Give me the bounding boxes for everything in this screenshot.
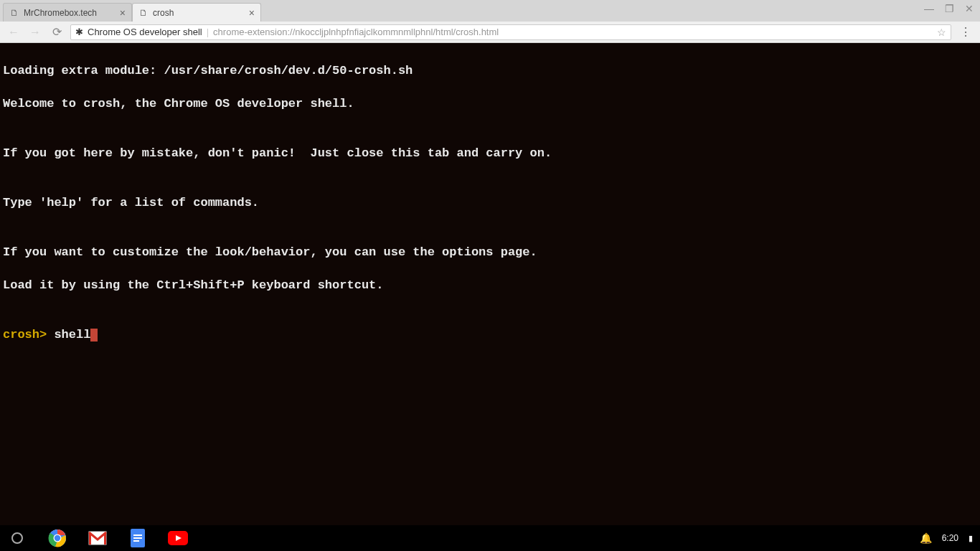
youtube-icon[interactable] <box>168 528 188 548</box>
gmail-icon[interactable] <box>88 528 108 548</box>
close-icon[interactable]: × <box>249 7 255 19</box>
terminal-line: Type 'help' for a list of commands. <box>3 194 977 211</box>
terminal-line: Welcome to crosh, the Chrome OS develope… <box>3 95 977 112</box>
close-icon[interactable]: × <box>120 7 126 19</box>
page-icon: 🗋 <box>138 8 149 18</box>
svg-rect-6 <box>133 534 142 536</box>
minimize-icon[interactable]: — <box>923 3 936 14</box>
address-bar[interactable]: ✱ Chrome OS developer shell | chrome-ext… <box>70 24 951 40</box>
terminal-line: Loading extra module: /usr/share/crosh/d… <box>3 62 977 79</box>
chrome-icon[interactable] <box>47 528 67 548</box>
terminal[interactable]: Loading extra module: /usr/share/crosh/d… <box>0 43 980 525</box>
reload-button[interactable]: ⟳ <box>49 24 65 40</box>
toolbar: ← → ⟳ ✱ Chrome OS developer shell | chro… <box>0 22 980 43</box>
status-tray[interactable]: 🔔 6:20 ▮ <box>920 532 973 544</box>
page-title-label: Chrome OS developer shell <box>88 27 202 37</box>
terminal-prompt: crosh> <box>3 328 54 342</box>
forward-button[interactable]: → <box>27 24 43 40</box>
terminal-prompt-line: crosh> shell <box>3 326 977 343</box>
extension-icon: ✱ <box>75 27 83 37</box>
shelf-apps <box>7 528 188 548</box>
url-separator: | <box>207 27 209 37</box>
docs-icon[interactable] <box>128 528 148 548</box>
notifications-icon[interactable]: 🔔 <box>920 532 932 544</box>
terminal-line: Load it by using the Ctrl+Shift+P keyboa… <box>3 277 977 293</box>
bookmark-star-icon[interactable]: ☆ <box>937 27 946 38</box>
tab-title: MrChromebox.tech <box>24 8 114 18</box>
shelf: 🔔 6:20 ▮ <box>0 525 980 551</box>
tab-mrchromebox[interactable]: 🗋 MrChromebox.tech × <box>3 3 132 22</box>
svg-rect-8 <box>133 540 139 542</box>
battery-icon: ▮ <box>969 534 973 543</box>
page-icon: 🗋 <box>9 8 19 18</box>
launcher-icon[interactable] <box>7 528 27 548</box>
tab-strip: 🗋 MrChromebox.tech × 🗋 crosh × — ❐ ✕ <box>0 0 980 22</box>
svg-point-3 <box>55 535 60 541</box>
tab-crosh[interactable]: 🗋 crosh × <box>132 3 261 22</box>
maximize-icon[interactable]: ❐ <box>943 3 956 14</box>
browser-menu-icon[interactable]: ⋮ <box>957 25 974 39</box>
window-controls: — ❐ ✕ <box>923 3 976 14</box>
tab-title: crosh <box>153 8 243 18</box>
terminal-input: shell <box>54 328 90 342</box>
url-text: chrome-extension://nkoccljplnhpfnfiajclk… <box>213 27 499 37</box>
clock: 6:20 <box>942 533 958 543</box>
terminal-line: If you got here by mistake, don't panic!… <box>3 145 977 161</box>
terminal-line: If you want to customize the look/behavi… <box>3 244 977 260</box>
back-button[interactable]: ← <box>6 24 22 40</box>
close-window-icon[interactable]: ✕ <box>963 3 976 14</box>
terminal-cursor <box>90 329 98 342</box>
svg-rect-7 <box>133 537 142 539</box>
